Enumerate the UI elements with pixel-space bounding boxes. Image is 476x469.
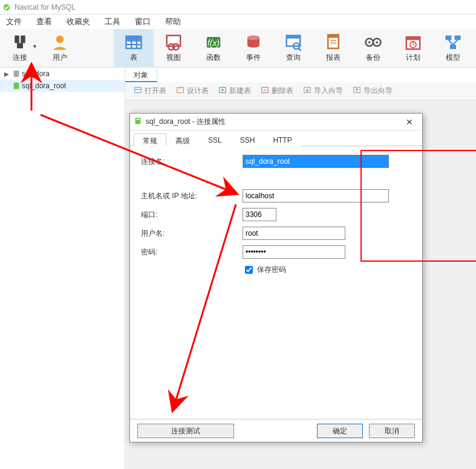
host-input[interactable]: [243, 189, 389, 202]
dialog-icon: [134, 117, 142, 127]
label-password: 密码:: [141, 247, 243, 257]
cancel-button[interactable]: 取消: [369, 424, 415, 438]
tab-objects[interactable]: 对象: [125, 68, 157, 82]
toolbar-user-button[interactable]: 用户: [40, 29, 80, 68]
dialog-tab-ssh[interactable]: SSH: [231, 134, 264, 146]
connection-name-input[interactable]: [243, 155, 389, 168]
connect-icon: [11, 33, 29, 51]
main-toolbar: 连接▼用户表视图f(x)函数事件查询报表备份计划模型: [0, 29, 476, 68]
menu-file[interactable]: 文件: [6, 16, 22, 27]
object-toolbar: 打开表设计表新建表删除表导入向导导出向导: [125, 82, 476, 100]
obj-toolbar-btn-5[interactable]: 导出向导: [349, 85, 396, 97]
menu-tools[interactable]: 工具: [105, 16, 120, 27]
svg-point-4: [56, 36, 64, 44]
toolbar-backup-button[interactable]: 备份: [353, 29, 393, 68]
svg-rect-35: [446, 36, 452, 40]
close-icon[interactable]: ✕: [400, 117, 419, 127]
obj-btn-label: 删除表: [272, 86, 293, 96]
query-icon: [284, 33, 302, 51]
svg-rect-36: [455, 36, 461, 40]
tree-item-label: sql_dora: [22, 70, 50, 78]
toolbar-query-label: 查询: [286, 53, 301, 63]
database-icon: [12, 82, 21, 90]
svg-line-38: [449, 40, 454, 45]
svg-point-29: [376, 41, 378, 44]
obj-toolbar-btn-3[interactable]: 删除表: [257, 85, 297, 97]
obj-btn-label: 导出向导: [364, 86, 393, 96]
obj-toolbar-btn-0[interactable]: 打开表: [130, 85, 170, 97]
svg-rect-3: [17, 43, 23, 48]
toolbar-model-label: 模型: [446, 53, 460, 63]
toolbar-report-button[interactable]: 报表: [313, 29, 353, 68]
object-tabstrip: 对象: [125, 68, 476, 82]
obj-btn-label: 设计表: [187, 86, 209, 96]
dialog-title-suffix: - 连接属性: [190, 117, 226, 126]
dialog-tab-ssl[interactable]: SSL: [199, 134, 231, 146]
dialog-titlebar: sql_dora_root - 连接属性 ✕: [130, 114, 422, 131]
username-input[interactable]: [243, 227, 345, 240]
tree-item-sql-dora-root[interactable]: sql_dora_root: [0, 80, 125, 92]
connection-properties-dialog: sql_dora_root - 连接属性 ✕ 常规高级SSLSSHHTTP 连接…: [129, 113, 423, 442]
menu-help[interactable]: 帮助: [165, 16, 181, 27]
obj-btn-icon: [134, 86, 142, 96]
obj-toolbar-btn-1[interactable]: 设计表: [172, 85, 212, 97]
menu-window[interactable]: 窗口: [135, 16, 151, 27]
connection-tree: ▶sql_dorasql_dora_root: [0, 68, 125, 469]
toolbar-connect-button[interactable]: 连接▼: [0, 29, 40, 68]
label-port: 端口:: [141, 210, 243, 220]
label-user: 用户名:: [141, 228, 243, 239]
toolbar-func-button[interactable]: f(x)函数: [194, 29, 233, 68]
tree-expand-icon[interactable]: ▶: [2, 71, 11, 77]
backup-icon: [364, 33, 382, 51]
svg-rect-10: [126, 36, 142, 40]
user-icon: [51, 33, 69, 51]
toolbar-table-button[interactable]: 表: [114, 29, 154, 68]
port-input[interactable]: [243, 208, 276, 221]
label-host: 主机名或 IP 地址:: [141, 191, 243, 201]
dialog-tab-常规[interactable]: 常规: [134, 134, 166, 146]
svg-rect-19: [287, 36, 301, 39]
dialog-tab-http[interactable]: HTTP: [264, 134, 301, 146]
svg-rect-23: [328, 35, 339, 38]
toolbar-backup-label: 备份: [366, 53, 380, 63]
obj-btn-label: 新建表: [229, 86, 251, 96]
label-save-password: 保存密码: [257, 265, 286, 275]
toolbar-event-button[interactable]: 事件: [233, 29, 273, 68]
toolbar-table-label: 表: [130, 53, 137, 63]
obj-btn-icon: [303, 86, 311, 96]
dialog-title: sql_dora_root - 连接属性: [146, 117, 397, 127]
toolbar-view-button[interactable]: 视图: [154, 29, 194, 68]
svg-rect-41: [14, 83, 19, 89]
svg-line-39: [453, 40, 458, 45]
app-title: Navicat for MySQL: [15, 3, 76, 11]
table-icon: [125, 33, 143, 51]
svg-point-28: [368, 41, 371, 44]
tree-item-label: sql_dora_root: [22, 82, 66, 90]
tree-item-sql-dora[interactable]: ▶sql_dora: [0, 68, 125, 80]
svg-rect-1: [15, 36, 19, 44]
menu-fav[interactable]: 收藏夹: [67, 16, 90, 27]
toolbar-query-button[interactable]: 查询: [273, 29, 313, 68]
obj-toolbar-btn-4[interactable]: 导入向导: [299, 85, 347, 97]
toolbar-model-button[interactable]: 模型: [433, 29, 473, 68]
menu-view[interactable]: 查看: [36, 16, 52, 27]
func-icon: f(x): [204, 33, 223, 51]
toolbar-user-label: 用户: [53, 53, 67, 63]
svg-rect-52: [135, 118, 141, 125]
dialog-footer: 连接测试 确定 取消: [130, 419, 422, 442]
toolbar-schedule-button[interactable]: 计划: [393, 29, 433, 68]
svg-rect-2: [21, 36, 25, 44]
test-connection-button[interactable]: 连接测试: [137, 424, 234, 438]
svg-line-21: [299, 48, 301, 51]
dialog-body: 连接名: 主机名或 IP 地址: 端口: 用户名: 密码: 保存密码: [130, 146, 422, 419]
label-connection-name: 连接名:: [141, 157, 243, 167]
svg-point-0: [4, 4, 10, 10]
password-input[interactable]: [243, 245, 345, 259]
view-icon: [165, 33, 183, 51]
ok-button[interactable]: 确定: [317, 424, 363, 438]
svg-rect-31: [406, 37, 420, 40]
obj-btn-icon: [261, 86, 269, 96]
obj-toolbar-btn-2[interactable]: 新建表: [215, 85, 255, 97]
save-password-checkbox[interactable]: [245, 266, 253, 274]
dialog-tab-高级[interactable]: 高级: [166, 134, 199, 146]
